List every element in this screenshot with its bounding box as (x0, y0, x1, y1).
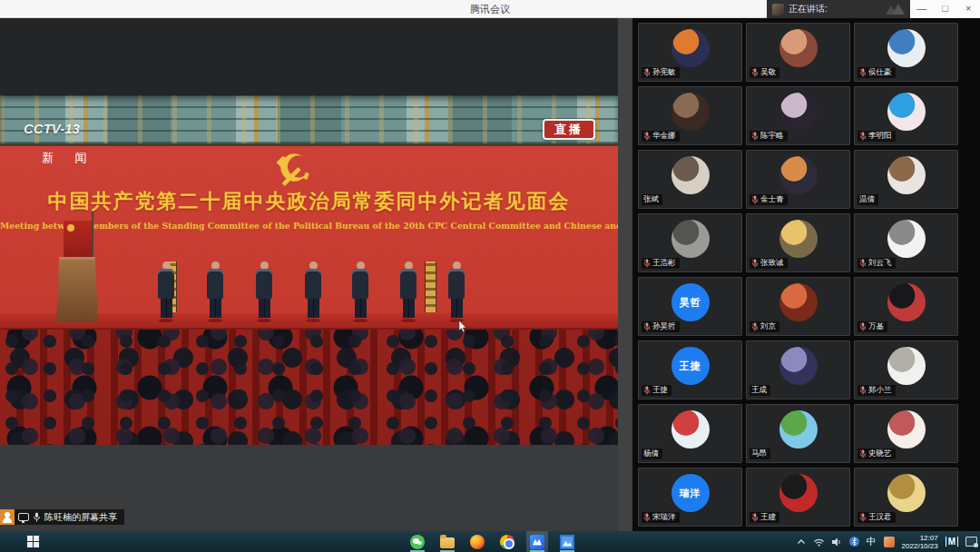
photos-taskbar-icon[interactable] (556, 531, 578, 552)
participant-name-tag: 刘京 (750, 321, 779, 332)
system-tray: 中 12:07 2022/10/23 M (797, 531, 977, 552)
muted-mic-icon (643, 259, 651, 268)
participant-name-tag: 刘云飞 (858, 258, 896, 269)
participant-tile[interactable]: 马昂 (746, 404, 850, 463)
participant-tile[interactable]: 杨倩 (638, 404, 742, 463)
screen-share-icon (18, 513, 29, 521)
participant-name: 刘京 (760, 321, 776, 332)
participant-tile[interactable]: 刘云飞 (854, 213, 958, 272)
muted-mic-icon (751, 195, 759, 204)
participant-avatar (671, 29, 710, 67)
muted-mic-icon (859, 513, 867, 522)
minimize-button[interactable]: — (910, 0, 934, 18)
explorer-icon (440, 537, 455, 548)
participant-tile[interactable]: 万基 (854, 277, 958, 336)
volume-icon[interactable] (832, 537, 842, 547)
tray-expand-chevron-icon[interactable] (797, 538, 806, 545)
participant-tile[interactable]: 侯仕豪 (854, 23, 958, 82)
participant-name-tag: 张斌 (642, 194, 662, 205)
participant-tile[interactable]: 华金娜 (638, 86, 742, 145)
mic-icon (33, 512, 41, 522)
participant-name: 陈宇略 (760, 131, 784, 142)
wechat-taskbar-icon[interactable] (407, 531, 428, 552)
input-indicator-icon[interactable]: M (946, 537, 958, 547)
audience-crowd (0, 330, 618, 445)
participant-name: 华金娜 (652, 131, 676, 142)
clock-date: 2022/10/23 (902, 542, 938, 550)
speaking-overlay: 正在讲话: (767, 0, 910, 18)
participant-name: 刘云飞 (868, 258, 892, 269)
close-button[interactable]: × (956, 0, 980, 18)
muted-mic-icon (643, 132, 651, 141)
participant-name: 金士青 (760, 194, 784, 205)
broadcast-video: CCTV-13 新 闻 直播 中国共产党第二十届中央政治局常委同中外记者见面会 … (0, 95, 618, 445)
muted-mic-icon (643, 386, 651, 395)
participant-name-tag: 马昂 (750, 448, 770, 459)
windows-taskbar: 中 12:07 2022/10/23 M (0, 531, 980, 552)
participant-name-tag: 李明阳 (858, 131, 896, 142)
participant-name-tag: 华金娜 (642, 131, 680, 142)
participant-tile[interactable]: 刘京 (746, 277, 850, 336)
tray-app-icon[interactable] (884, 537, 895, 547)
participant-tile[interactable]: 温倩 (854, 150, 958, 209)
chrome-icon (500, 535, 514, 549)
participant-avatar (887, 474, 926, 512)
taskbar-clock[interactable]: 12:07 2022/10/23 (902, 534, 938, 550)
participant-tile[interactable]: 王捷 王捷 (638, 340, 742, 399)
bluetooth-icon[interactable] (849, 537, 859, 547)
participant-tile[interactable]: 昊哲 孙昊哲 (638, 277, 742, 336)
participant-name-tag: 王成 (750, 385, 770, 396)
cctv-logo: CCTV-13 (24, 121, 80, 136)
restore-button[interactable]: □ (934, 0, 957, 18)
participant-tile[interactable]: 金士青 (746, 150, 850, 209)
muted-mic-icon (751, 322, 759, 331)
start-button-icon[interactable] (27, 536, 39, 547)
network-icon[interactable] (813, 537, 825, 547)
window-controls: — □ × (910, 0, 980, 18)
chrome-taskbar-icon[interactable] (496, 531, 518, 552)
participant-tile[interactable]: 陈宇略 (746, 86, 850, 145)
participant-tile[interactable]: 王浩彬 (638, 213, 742, 272)
participant-name-tag: 王浩彬 (642, 258, 680, 269)
title-bar[interactable]: 腾讯会议 正在讲话: — □ × (0, 0, 980, 18)
participant-name: 王汉君 (868, 512, 892, 523)
standing-member (304, 261, 322, 320)
participant-tile[interactable]: 王汉君 (854, 468, 958, 527)
participant-avatar (779, 156, 818, 194)
app-window: 腾讯会议 正在讲话: — □ × CCTV-13 新 闻 直播 (0, 0, 980, 552)
action-center-icon[interactable] (965, 537, 977, 547)
participant-tile[interactable]: 张斌 (638, 150, 742, 209)
standing-member (447, 261, 466, 320)
participant-tile[interactable]: 张致诚 (746, 213, 850, 272)
screen-share-pane[interactable]: CCTV-13 新 闻 直播 中国共产党第二十届中央政治局常委同中外记者见面会 … (0, 18, 632, 531)
participant-name: 宋瑞洋 (652, 512, 676, 523)
firefox-taskbar-icon[interactable] (466, 531, 488, 552)
participant-tile[interactable]: 吴敬 (746, 23, 850, 82)
taskbar-apps (407, 531, 578, 552)
participant-avatar (887, 156, 926, 194)
participant-name: 孙昊哲 (652, 321, 676, 332)
participant-name: 孙宪敏 (652, 67, 676, 78)
participant-tile[interactable]: 郑小兰 (854, 340, 958, 399)
photos-icon (560, 535, 574, 549)
palace-eaves-decoration (0, 95, 618, 146)
participant-tile[interactable]: 王建 (746, 468, 850, 527)
participant-tile[interactable]: 李明阳 (854, 86, 958, 145)
meeting-taskbar-icon[interactable] (526, 531, 548, 552)
participant-tile[interactable]: 史晓艺 (854, 404, 958, 463)
muted-mic-icon (643, 322, 651, 331)
live-badge: 直播 (543, 119, 595, 140)
participant-name: 王浩彬 (652, 258, 676, 269)
participant-tile[interactable]: 瑞洋 宋瑞洋 (638, 468, 742, 527)
muted-mic-icon (643, 68, 651, 77)
muted-mic-icon (859, 132, 867, 141)
participant-tile[interactable]: 王成 (746, 340, 850, 399)
participant-tile[interactable]: 孙宪敏 (638, 23, 742, 82)
muted-mic-icon (859, 259, 867, 268)
eaves-pillar (425, 261, 436, 312)
wechat-icon (410, 535, 425, 549)
participant-name: 侯仕豪 (868, 67, 892, 78)
explorer-taskbar-icon[interactable] (436, 531, 458, 552)
ime-indicator[interactable]: 中 (867, 536, 877, 548)
participant-avatar (887, 410, 926, 448)
